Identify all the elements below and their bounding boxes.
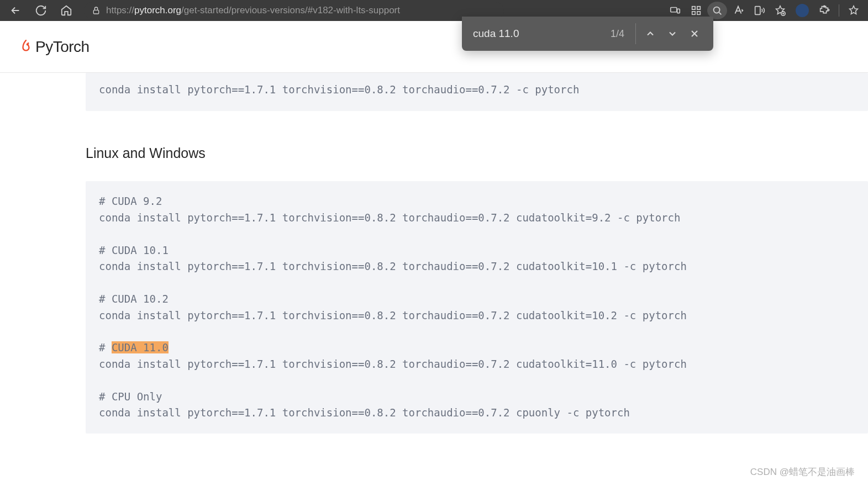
url-prefix: https://: [106, 5, 134, 15]
lock-icon: [92, 6, 101, 15]
svg-point-7: [714, 7, 720, 13]
url-domain: pytorch.org: [134, 5, 181, 15]
text-size-icon[interactable]: [728, 2, 748, 19]
back-button[interactable]: [4, 2, 27, 19]
svg-point-12: [28, 42, 29, 44]
pytorch-logo[interactable]: PyTorch: [20, 38, 90, 56]
svg-rect-1: [671, 8, 677, 12]
code-lines: # CUDA 9.2 conda install pytorch==1.7.1 …: [99, 195, 687, 321]
code-tail-lines: conda install pytorch==1.7.1 torchvision…: [99, 358, 687, 419]
read-aloud-icon[interactable]: [749, 2, 769, 19]
url-path: /get-started/previous-versions/#v182-wit…: [181, 5, 400, 15]
svg-rect-8: [755, 7, 760, 15]
find-input[interactable]: cuda 11.0: [470, 28, 611, 40]
logo-text: PyTorch: [35, 38, 90, 56]
pytorch-flame-icon: [20, 40, 32, 54]
code-block-top: conda install pytorch==1.7.1 torchvision…: [86, 73, 868, 111]
find-bar: cuda 11.0 1/4: [462, 17, 713, 51]
svg-rect-0: [93, 10, 98, 14]
section-heading: Linux and Windows: [86, 145, 868, 161]
favorites-icon[interactable]: [770, 2, 790, 19]
toolbar-separator: [839, 4, 839, 17]
find-highlight: CUDA 11.0: [112, 341, 169, 353]
url-bar[interactable]: https://pytorch.org/get-started/previous…: [84, 2, 504, 19]
extensions-icon[interactable]: [814, 2, 834, 19]
code-line: conda install pytorch==1.7.1 torchvision…: [99, 83, 579, 96]
svg-rect-5: [692, 12, 696, 15]
find-prev-button[interactable]: [639, 23, 661, 45]
watermark: CSDN @蜡笔不是油画棒: [750, 466, 855, 478]
highlight-prefix: #: [99, 341, 112, 353]
home-button[interactable]: [55, 2, 77, 19]
site-header: PyTorch: [0, 21, 868, 73]
svg-rect-3: [692, 7, 696, 10]
find-separator: [635, 23, 636, 44]
profile-icon[interactable]: [796, 4, 809, 17]
svg-rect-2: [677, 9, 680, 13]
svg-rect-6: [697, 12, 701, 15]
favorites-star-icon[interactable]: [844, 2, 864, 19]
page-content: conda install pytorch==1.7.1 torchvision…: [86, 73, 868, 434]
browser-toolbar: https://pytorch.org/get-started/previous…: [0, 0, 868, 21]
find-close-button[interactable]: [683, 23, 706, 45]
highlight-line: # CUDA 11.0: [99, 341, 169, 353]
url-text: https://pytorch.org/get-started/previous…: [106, 5, 400, 16]
svg-point-11: [828, 9, 829, 11]
svg-rect-4: [697, 7, 701, 10]
code-block-main: # CUDA 9.2 conda install pytorch==1.7.1 …: [86, 181, 868, 433]
refresh-button[interactable]: [30, 2, 52, 19]
find-next-button[interactable]: [661, 23, 683, 45]
find-count: 1/4: [611, 28, 624, 40]
